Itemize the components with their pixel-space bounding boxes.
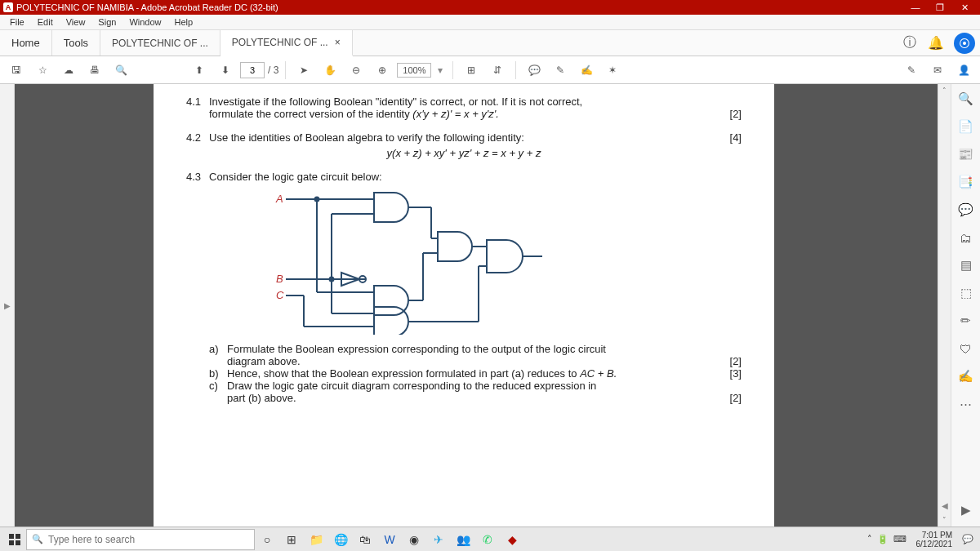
titlebar: A POLYTECHNIC OF NAMIBIA - Adobe Acrobat… xyxy=(0,0,980,15)
fill-sign-icon[interactable]: ✍ xyxy=(956,367,976,386)
fit-width-icon[interactable]: ⊞ xyxy=(460,59,483,82)
q41-marks: [2] xyxy=(717,108,742,120)
tab-close-icon[interactable]: × xyxy=(335,37,341,48)
comment-tool-icon[interactable]: 💬 xyxy=(956,200,976,220)
tray-chevron-icon[interactable]: ˄ xyxy=(867,534,872,544)
toolbar: 🖫 ☆ ☁ 🖶 🔍 ⬆ ⬇ / 3 ➤ ✋ ⊖ ⊕ 100% ▾ ⊞ ⇵ 💬 ✎… xyxy=(0,56,980,84)
store-icon[interactable]: 🛍 xyxy=(353,528,377,551)
scroll-up-icon[interactable]: ˄ xyxy=(938,84,951,97)
taskbar-search[interactable]: 🔍 xyxy=(26,529,255,550)
sub-c-label: c) xyxy=(209,380,227,392)
window-title: POLYTECHNIC OF NAMIBIA - Adobe Acrobat R… xyxy=(16,2,903,12)
notification-bell-icon[interactable]: 🔔 xyxy=(923,30,949,56)
doc-tab-2[interactable]: POLYTECHNIC OF ... × xyxy=(220,30,353,56)
telegram-icon[interactable]: ✈ xyxy=(426,528,451,551)
print-icon[interactable]: 🖶 xyxy=(83,59,106,82)
stamp-icon[interactable]: ✶ xyxy=(601,59,624,82)
doc-tab-1-label: POLYTECHNIC OF ... xyxy=(112,38,208,49)
organize-icon[interactable]: ▤ xyxy=(956,256,976,275)
zoom-in-icon[interactable]: ⊕ xyxy=(371,59,394,82)
q42-number: 4.2 xyxy=(186,131,209,144)
zoom-out-icon[interactable]: ⊖ xyxy=(345,59,368,82)
menu-sign[interactable]: Sign xyxy=(91,17,122,27)
acrobat-taskbar-icon[interactable]: ◆ xyxy=(500,528,524,551)
pointer-icon[interactable]: ➤ xyxy=(292,59,315,82)
taskbar-clock[interactable]: 7:01 PM 6/12/2021 xyxy=(911,531,958,549)
compress-icon[interactable]: ⬚ xyxy=(956,283,976,303)
whatsapp-icon[interactable]: ✆ xyxy=(475,528,500,551)
tab-tools[interactable]: Tools xyxy=(52,30,100,56)
page-number-input[interactable] xyxy=(240,62,265,78)
create-pdf-icon[interactable]: 📑 xyxy=(956,172,976,192)
main-area: ▶ 4.1 Investigate if the following Boole… xyxy=(0,84,980,527)
email-icon[interactable]: ✉ xyxy=(926,59,949,82)
maximize-button[interactable]: ❐ xyxy=(928,2,952,13)
sub-b-marks: [3] xyxy=(717,367,742,380)
more-icon[interactable]: 👤 xyxy=(952,59,975,82)
close-button[interactable]: ✕ xyxy=(952,2,977,13)
svg-rect-28 xyxy=(16,534,20,539)
edit-pdf-icon[interactable]: 📰 xyxy=(956,144,976,164)
menu-file[interactable]: File xyxy=(3,17,31,27)
action-center-icon[interactable]: 💬 xyxy=(962,534,973,544)
svg-rect-29 xyxy=(9,540,14,545)
zoom-level[interactable]: 100% xyxy=(397,63,431,78)
word-icon[interactable]: W xyxy=(377,528,402,551)
doc-tab-1[interactable]: POLYTECHNIC OF ... xyxy=(100,30,220,56)
svg-point-26 xyxy=(330,278,334,282)
page-up-icon[interactable]: ⬆ xyxy=(188,59,211,82)
start-button[interactable] xyxy=(3,528,26,551)
zoom-dropdown-icon[interactable]: ▾ xyxy=(434,64,446,76)
teams-icon[interactable]: 👥 xyxy=(451,528,475,551)
signin-avatar-icon[interactable]: ⦿ xyxy=(954,33,975,54)
menu-help[interactable]: Help xyxy=(168,17,200,27)
search-tool-icon[interactable]: 🔍 xyxy=(956,89,976,109)
fit-page-icon[interactable]: ⇵ xyxy=(486,59,509,82)
search-input[interactable] xyxy=(48,534,249,545)
keyboard-icon[interactable]: ⌨ xyxy=(893,534,906,544)
menu-window[interactable]: Window xyxy=(122,17,167,27)
cortana-icon[interactable]: ○ xyxy=(255,528,279,551)
redact-icon[interactable]: ✏ xyxy=(956,311,976,331)
export-pdf-icon[interactable]: 📄 xyxy=(956,117,976,136)
page-nav-caret-icon[interactable]: ◀ xyxy=(938,501,951,510)
highlight-icon[interactable]: ✎ xyxy=(549,59,572,82)
cloud-icon[interactable]: ☁ xyxy=(57,59,80,82)
more-tools-icon[interactable]: ⋯ xyxy=(956,394,976,414)
sub-a-line1: Formulate the Boolean expression corresp… xyxy=(227,343,742,355)
share-icon[interactable]: ✎ xyxy=(900,59,923,82)
file-explorer-icon[interactable]: 📁 xyxy=(304,528,328,551)
page-down-icon[interactable]: ⬇ xyxy=(214,59,237,82)
left-panel-toggle[interactable]: ▶ xyxy=(0,84,15,527)
protect-icon[interactable]: 🛡 xyxy=(956,339,976,358)
sign-icon[interactable]: ✍ xyxy=(575,59,598,82)
input-b-label: B xyxy=(276,273,283,285)
minimize-button[interactable]: — xyxy=(903,2,928,12)
sub-c-marks: [2] xyxy=(717,392,742,404)
vertical-scrollbar[interactable]: ˄ ◀ ˅ xyxy=(938,84,951,527)
task-view-icon[interactable]: ⊞ xyxy=(279,528,304,551)
q42-equation: y(x + z) + xy' + yz' + z = x + y + z xyxy=(186,147,742,159)
clock-time: 7:01 PM xyxy=(916,531,953,540)
input-a-label: A xyxy=(275,193,283,205)
q41-line2: formulate the correct version of the ide… xyxy=(209,108,412,120)
star-icon[interactable]: ☆ xyxy=(31,59,54,82)
tools-right-rail: 🔍 📄 📰 📑 💬 🗂 ▤ ⬚ ✏ 🛡 ✍ ⋯ ▶ xyxy=(951,84,980,527)
save-icon[interactable]: 🖫 xyxy=(5,59,28,82)
find-icon[interactable]: 🔍 xyxy=(109,59,132,82)
comment-icon[interactable]: 💬 xyxy=(523,59,546,82)
menubar: File Edit View Sign Window Help xyxy=(0,15,980,30)
combine-icon[interactable]: 🗂 xyxy=(956,228,976,247)
q41-number: 4.1 xyxy=(186,96,209,108)
battery-icon[interactable]: 🔋 xyxy=(877,534,889,544)
chrome-icon[interactable]: ◉ xyxy=(402,528,426,551)
tab-home[interactable]: Home xyxy=(0,30,52,56)
menu-edit[interactable]: Edit xyxy=(31,17,60,27)
edge-icon[interactable]: 🌐 xyxy=(328,528,353,551)
menu-view[interactable]: View xyxy=(60,17,92,27)
hand-icon[interactable]: ✋ xyxy=(318,59,341,82)
svg-point-25 xyxy=(315,198,319,202)
help-icon[interactable]: ⓘ xyxy=(897,30,923,56)
scroll-down-icon[interactable]: ˅ xyxy=(938,513,951,527)
collapse-rail-icon[interactable]: ▶ xyxy=(956,500,976,520)
